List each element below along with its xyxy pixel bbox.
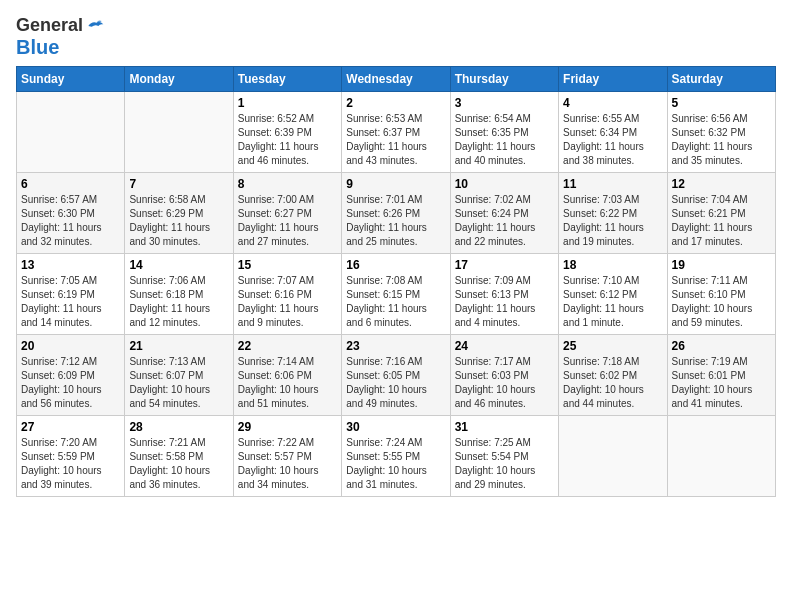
calendar-cell: 14Sunrise: 7:06 AM Sunset: 6:18 PM Dayli… [125, 253, 233, 334]
day-info: Sunrise: 7:12 AM Sunset: 6:09 PM Dayligh… [21, 355, 120, 411]
calendar-cell [667, 415, 775, 496]
calendar-cell: 28Sunrise: 7:21 AM Sunset: 5:58 PM Dayli… [125, 415, 233, 496]
calendar-cell: 16Sunrise: 7:08 AM Sunset: 6:15 PM Dayli… [342, 253, 450, 334]
calendar-cell [17, 91, 125, 172]
calendar-cell: 30Sunrise: 7:24 AM Sunset: 5:55 PM Dayli… [342, 415, 450, 496]
logo-blue: Blue [16, 36, 59, 58]
calendar-cell: 29Sunrise: 7:22 AM Sunset: 5:57 PM Dayli… [233, 415, 341, 496]
calendar-cell [559, 415, 667, 496]
calendar-table: SundayMondayTuesdayWednesdayThursdayFrid… [16, 66, 776, 497]
logo-bird-icon [85, 19, 105, 33]
day-number: 12 [672, 177, 771, 191]
day-info: Sunrise: 7:08 AM Sunset: 6:15 PM Dayligh… [346, 274, 445, 330]
calendar-cell: 31Sunrise: 7:25 AM Sunset: 5:54 PM Dayli… [450, 415, 558, 496]
day-number: 19 [672, 258, 771, 272]
calendar-cell: 1Sunrise: 6:52 AM Sunset: 6:39 PM Daylig… [233, 91, 341, 172]
day-info: Sunrise: 7:11 AM Sunset: 6:10 PM Dayligh… [672, 274, 771, 330]
day-info: Sunrise: 7:20 AM Sunset: 5:59 PM Dayligh… [21, 436, 120, 492]
day-info: Sunrise: 7:03 AM Sunset: 6:22 PM Dayligh… [563, 193, 662, 249]
day-info: Sunrise: 6:58 AM Sunset: 6:29 PM Dayligh… [129, 193, 228, 249]
day-info: Sunrise: 6:57 AM Sunset: 6:30 PM Dayligh… [21, 193, 120, 249]
day-info: Sunrise: 7:06 AM Sunset: 6:18 PM Dayligh… [129, 274, 228, 330]
header-thursday: Thursday [450, 66, 558, 91]
day-info: Sunrise: 7:04 AM Sunset: 6:21 PM Dayligh… [672, 193, 771, 249]
day-info: Sunrise: 7:13 AM Sunset: 6:07 PM Dayligh… [129, 355, 228, 411]
calendar-cell: 5Sunrise: 6:56 AM Sunset: 6:32 PM Daylig… [667, 91, 775, 172]
day-info: Sunrise: 6:56 AM Sunset: 6:32 PM Dayligh… [672, 112, 771, 168]
calendar-cell: 7Sunrise: 6:58 AM Sunset: 6:29 PM Daylig… [125, 172, 233, 253]
calendar-cell: 18Sunrise: 7:10 AM Sunset: 6:12 PM Dayli… [559, 253, 667, 334]
calendar-week-3: 13Sunrise: 7:05 AM Sunset: 6:19 PM Dayli… [17, 253, 776, 334]
day-number: 26 [672, 339, 771, 353]
day-number: 5 [672, 96, 771, 110]
header-tuesday: Tuesday [233, 66, 341, 91]
day-number: 24 [455, 339, 554, 353]
calendar-cell: 3Sunrise: 6:54 AM Sunset: 6:35 PM Daylig… [450, 91, 558, 172]
calendar-week-4: 20Sunrise: 7:12 AM Sunset: 6:09 PM Dayli… [17, 334, 776, 415]
calendar-cell: 22Sunrise: 7:14 AM Sunset: 6:06 PM Dayli… [233, 334, 341, 415]
day-number: 8 [238, 177, 337, 191]
calendar-cell: 23Sunrise: 7:16 AM Sunset: 6:05 PM Dayli… [342, 334, 450, 415]
day-number: 15 [238, 258, 337, 272]
header-row: SundayMondayTuesdayWednesdayThursdayFrid… [17, 66, 776, 91]
header-saturday: Saturday [667, 66, 775, 91]
calendar-week-1: 1Sunrise: 6:52 AM Sunset: 6:39 PM Daylig… [17, 91, 776, 172]
header-monday: Monday [125, 66, 233, 91]
calendar-cell: 10Sunrise: 7:02 AM Sunset: 6:24 PM Dayli… [450, 172, 558, 253]
calendar-cell: 12Sunrise: 7:04 AM Sunset: 6:21 PM Dayli… [667, 172, 775, 253]
calendar-header: SundayMondayTuesdayWednesdayThursdayFrid… [17, 66, 776, 91]
day-number: 23 [346, 339, 445, 353]
day-number: 27 [21, 420, 120, 434]
day-number: 22 [238, 339, 337, 353]
day-info: Sunrise: 7:18 AM Sunset: 6:02 PM Dayligh… [563, 355, 662, 411]
calendar-week-5: 27Sunrise: 7:20 AM Sunset: 5:59 PM Dayli… [17, 415, 776, 496]
logo: General Blue [16, 16, 105, 58]
calendar-cell: 21Sunrise: 7:13 AM Sunset: 6:07 PM Dayli… [125, 334, 233, 415]
day-info: Sunrise: 7:19 AM Sunset: 6:01 PM Dayligh… [672, 355, 771, 411]
day-number: 6 [21, 177, 120, 191]
day-info: Sunrise: 7:24 AM Sunset: 5:55 PM Dayligh… [346, 436, 445, 492]
day-info: Sunrise: 7:05 AM Sunset: 6:19 PM Dayligh… [21, 274, 120, 330]
day-number: 18 [563, 258, 662, 272]
calendar-cell: 27Sunrise: 7:20 AM Sunset: 5:59 PM Dayli… [17, 415, 125, 496]
day-info: Sunrise: 7:25 AM Sunset: 5:54 PM Dayligh… [455, 436, 554, 492]
calendar-cell: 20Sunrise: 7:12 AM Sunset: 6:09 PM Dayli… [17, 334, 125, 415]
calendar-cell: 26Sunrise: 7:19 AM Sunset: 6:01 PM Dayli… [667, 334, 775, 415]
calendar-cell: 19Sunrise: 7:11 AM Sunset: 6:10 PM Dayli… [667, 253, 775, 334]
calendar-cell: 24Sunrise: 7:17 AM Sunset: 6:03 PM Dayli… [450, 334, 558, 415]
day-number: 21 [129, 339, 228, 353]
calendar-cell: 25Sunrise: 7:18 AM Sunset: 6:02 PM Dayli… [559, 334, 667, 415]
calendar-week-2: 6Sunrise: 6:57 AM Sunset: 6:30 PM Daylig… [17, 172, 776, 253]
day-number: 13 [21, 258, 120, 272]
calendar-cell: 9Sunrise: 7:01 AM Sunset: 6:26 PM Daylig… [342, 172, 450, 253]
day-info: Sunrise: 7:00 AM Sunset: 6:27 PM Dayligh… [238, 193, 337, 249]
day-info: Sunrise: 6:53 AM Sunset: 6:37 PM Dayligh… [346, 112, 445, 168]
day-info: Sunrise: 7:10 AM Sunset: 6:12 PM Dayligh… [563, 274, 662, 330]
header-sunday: Sunday [17, 66, 125, 91]
logo-text-general: General [16, 15, 83, 35]
calendar-cell: 15Sunrise: 7:07 AM Sunset: 6:16 PM Dayli… [233, 253, 341, 334]
calendar-cell: 8Sunrise: 7:00 AM Sunset: 6:27 PM Daylig… [233, 172, 341, 253]
day-info: Sunrise: 7:01 AM Sunset: 6:26 PM Dayligh… [346, 193, 445, 249]
day-info: Sunrise: 7:21 AM Sunset: 5:58 PM Dayligh… [129, 436, 228, 492]
day-number: 17 [455, 258, 554, 272]
page-header: General Blue [16, 16, 776, 58]
day-number: 16 [346, 258, 445, 272]
calendar-cell: 13Sunrise: 7:05 AM Sunset: 6:19 PM Dayli… [17, 253, 125, 334]
day-number: 25 [563, 339, 662, 353]
calendar-cell: 6Sunrise: 6:57 AM Sunset: 6:30 PM Daylig… [17, 172, 125, 253]
day-info: Sunrise: 6:55 AM Sunset: 6:34 PM Dayligh… [563, 112, 662, 168]
day-info: Sunrise: 7:09 AM Sunset: 6:13 PM Dayligh… [455, 274, 554, 330]
day-number: 2 [346, 96, 445, 110]
day-number: 11 [563, 177, 662, 191]
calendar-body: 1Sunrise: 6:52 AM Sunset: 6:39 PM Daylig… [17, 91, 776, 496]
day-info: Sunrise: 7:07 AM Sunset: 6:16 PM Dayligh… [238, 274, 337, 330]
day-number: 20 [21, 339, 120, 353]
day-number: 28 [129, 420, 228, 434]
day-info: Sunrise: 7:16 AM Sunset: 6:05 PM Dayligh… [346, 355, 445, 411]
day-info: Sunrise: 6:52 AM Sunset: 6:39 PM Dayligh… [238, 112, 337, 168]
day-number: 14 [129, 258, 228, 272]
day-info: Sunrise: 7:17 AM Sunset: 6:03 PM Dayligh… [455, 355, 554, 411]
day-info: Sunrise: 7:22 AM Sunset: 5:57 PM Dayligh… [238, 436, 337, 492]
day-number: 9 [346, 177, 445, 191]
